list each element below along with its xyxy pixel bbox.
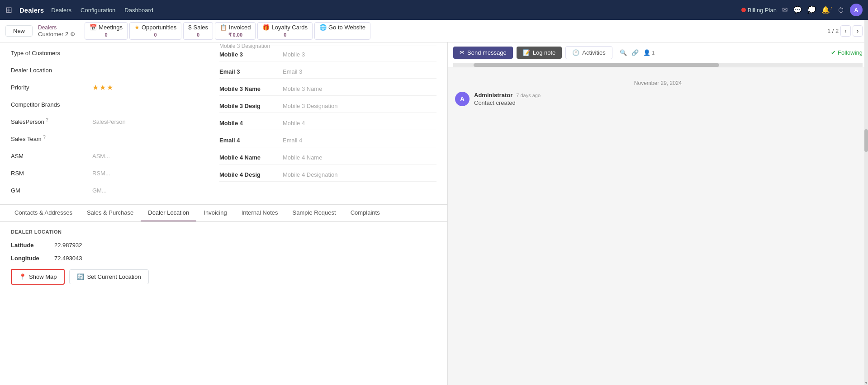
main-content: Type of Customers Dealer Location Priori… — [0, 42, 868, 385]
mobile3desig-value[interactable]: Mobile 3 Designation — [283, 103, 436, 109]
map-pin-icon: 📍 — [19, 273, 26, 280]
pagination-text: 1 / 2 — [827, 28, 839, 34]
nav-link-dealers[interactable]: Dealers — [51, 7, 71, 14]
mobile4name-row: Mobile 4 Name Mobile 4 Name — [219, 151, 436, 164]
form-col-left: Type of Customers Dealer Location Priori… — [0, 42, 208, 201]
breadcrumb-current-text: Customer 2 — [38, 31, 68, 38]
loyalty-label: Loyalty Cards — [271, 24, 307, 32]
h-scroll-bar[interactable] — [448, 63, 868, 67]
sales-team-row: Sales Team ? — [11, 132, 197, 146]
brand-label: Dealers — [19, 6, 44, 14]
mobile3name-value[interactable]: Mobile 3 Name — [283, 85, 436, 92]
send-message-button[interactable]: ✉ Send message — [453, 47, 513, 59]
tab-contacts-addresses[interactable]: Contacts & Addresses — [7, 205, 80, 221]
follower-icon[interactable]: 👤 1 — [643, 49, 655, 56]
mobile4name-label: Mobile 4 Name — [219, 154, 283, 161]
salesperson-row: SalesPerson ? SalesPerson — [11, 115, 197, 128]
mobile4-value[interactable]: Mobile 4 — [283, 120, 436, 127]
tab-sales-purchase[interactable]: Sales & Purchase — [80, 205, 141, 221]
nav-link-dashboard[interactable]: Dashboard — [124, 7, 153, 14]
pagination: 1 / 2 ‹ › — [827, 25, 863, 37]
tab-dealer-location[interactable]: Dealer Location — [141, 205, 196, 221]
set-location-button[interactable]: 🔄 Set Current Location — [69, 269, 148, 284]
v-scroll-track[interactable] — [864, 42, 868, 385]
chatter-icons: 🔍 🔗 👤 1 — [620, 49, 655, 56]
email3-value[interactable]: Email 3 — [283, 68, 436, 75]
log-note-button[interactable]: 📝 Log note — [517, 47, 562, 59]
log-note-label: Log note — [533, 49, 556, 56]
calendar-icon: 📅 — [90, 24, 97, 32]
loyalty-button[interactable]: 🎁 Loyalty Cards 0 — [257, 22, 312, 40]
website-icon: 🌐 — [319, 24, 327, 32]
email3-label: Email 3 — [219, 68, 283, 75]
mobile3name-row: Mobile 3 Name Mobile 3 Name — [219, 82, 436, 96]
msg-text: Contact created — [474, 99, 861, 106]
mail-icon[interactable]: ✉ — [782, 6, 788, 14]
sales-label: Sales — [194, 24, 209, 32]
v-scroll-thumb[interactable] — [864, 129, 868, 152]
following-badge[interactable]: ✔ Following — [831, 49, 863, 56]
next-button[interactable]: › — [853, 25, 863, 37]
activities-button[interactable]: 🕐 Activities — [565, 46, 612, 59]
longitude-row: Longitude 72.493043 — [11, 255, 82, 262]
meetings-button[interactable]: 📅 Meetings 0 — [85, 22, 128, 40]
v-scroll-bottom: ▼ — [864, 381, 868, 385]
scroll-down-icon[interactable]: ▼ — [864, 381, 868, 385]
search-chatter-icon[interactable]: 🔍 — [620, 49, 627, 56]
loyalty-value: 0 — [284, 32, 286, 38]
mobile3-label: Mobile 3 — [219, 51, 283, 58]
mobile4desig-value[interactable]: Mobile 4 Designation — [283, 171, 436, 178]
tab-sample-request[interactable]: Sample Request — [285, 205, 343, 221]
email4-value[interactable]: Email 4 — [283, 137, 436, 144]
show-map-button[interactable]: 📍 Show Map — [11, 269, 65, 285]
prev-button[interactable]: ‹ — [840, 25, 850, 37]
rsm-value[interactable]: RSM... — [92, 170, 110, 177]
loyalty-icon: 🎁 — [262, 24, 270, 32]
msg-time: 7 days ago — [516, 93, 541, 98]
gm-value[interactable]: GM... — [92, 187, 107, 194]
location-fields: Latitude 22.987932 Longitude 72.493043 📍… — [11, 242, 436, 285]
message-item: A Administrator 7 days ago Contact creat… — [455, 92, 861, 106]
mobile4-label: Mobile 4 — [219, 120, 283, 127]
nav-link-configuration[interactable]: Configuration — [81, 7, 115, 14]
breadcrumb-parent[interactable]: Dealers — [38, 24, 76, 31]
rsm-label: RSM — [11, 170, 92, 177]
tab-internal-notes[interactable]: Internal Notes — [234, 205, 285, 221]
notification-badge[interactable]: 🔔7 — [821, 6, 832, 14]
h-scroll-thumb — [474, 63, 719, 67]
opportunities-button[interactable]: ★ Opportunities 0 — [129, 22, 181, 40]
new-button[interactable]: New — [5, 25, 33, 37]
website-button[interactable]: 🌐 Go to Website — [314, 22, 370, 40]
link-icon[interactable]: 🔗 — [631, 49, 639, 56]
whatsapp-icon[interactable]: 💬 — [793, 6, 802, 14]
send-icon: ✉ — [460, 49, 465, 56]
tab-complaints[interactable]: Complaints — [343, 205, 387, 221]
gm-label: GM — [11, 187, 92, 194]
right-panel: ✉ Send message 📝 Log note 🕐 Activities 🔍… — [448, 42, 868, 385]
tab-invoicing[interactable]: Invoicing — [196, 205, 234, 221]
sales-button[interactable]: $ Sales 0 — [183, 22, 213, 40]
date-divider: November 29, 2024 — [455, 80, 861, 86]
mobile4name-value[interactable]: Mobile 4 Name — [283, 154, 436, 161]
user-avatar[interactable]: A — [850, 4, 863, 16]
mobile4desig-label: Mobile 4 Desig — [219, 171, 283, 178]
right-icons: Billing Plan ✉ 💬 💭 🔔7 ⏱ A — [741, 4, 863, 16]
latitude-row: Latitude 22.987932 — [11, 242, 436, 249]
breadcrumb-current: Customer 2 ⚙ — [38, 31, 76, 38]
mobile3-value[interactable]: Mobile 3 — [283, 51, 436, 58]
chat-icon[interactable]: 💭 — [807, 6, 816, 14]
salesperson-label: SalesPerson ? — [11, 117, 92, 125]
tabs-bar: Contacts & Addresses Sales & Purchase De… — [0, 204, 447, 222]
priority-stars[interactable]: ★★★ — [92, 83, 114, 92]
salesperson-value[interactable]: SalesPerson — [92, 118, 126, 125]
invoiced-button[interactable]: 📋 Invoiced ₹ 0.00 — [215, 22, 256, 40]
dealer-location-row: Dealer Location — [11, 63, 197, 77]
invoiced-value: ₹ 0.00 — [228, 32, 242, 38]
billing-dot — [741, 8, 746, 12]
settings-gear-icon[interactable]: ⚙ — [70, 31, 76, 38]
asm-value[interactable]: ASM... — [92, 153, 110, 160]
grid-icon[interactable]: ⊞ — [5, 5, 12, 15]
longitude-label: Longitude — [11, 255, 47, 262]
billing-plan[interactable]: Billing Plan — [741, 7, 777, 14]
clock-icon[interactable]: ⏱ — [838, 6, 844, 14]
